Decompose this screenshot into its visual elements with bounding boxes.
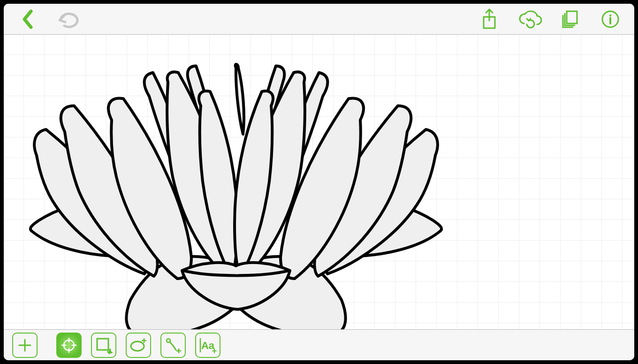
- info-button[interactable]: [595, 7, 626, 32]
- cloud-sync-icon: [516, 9, 543, 29]
- canvas[interactable]: [4, 35, 634, 329]
- ellipse-tool-button[interactable]: [126, 333, 151, 358]
- layers-button[interactable]: [554, 7, 585, 32]
- text-icon: Aa: [198, 337, 217, 354]
- rectangle-icon: [95, 337, 112, 354]
- ellipse-icon: [129, 337, 148, 354]
- add-button[interactable]: [12, 333, 38, 358]
- share-icon: [480, 8, 498, 30]
- text-tool-button[interactable]: Aa: [195, 333, 220, 358]
- canvas-area: [4, 35, 634, 329]
- drawing-lotus: [4, 35, 634, 329]
- back-button[interactable]: [12, 7, 43, 32]
- info-icon: [601, 10, 620, 29]
- svg-rect-2: [567, 11, 577, 23]
- svg-rect-13: [97, 339, 108, 350]
- svg-text:Aa: Aa: [201, 340, 215, 351]
- pen-tool-button[interactable]: [160, 333, 186, 358]
- bottom-toolbar: Aa: [4, 329, 634, 360]
- top-toolbar: [4, 4, 634, 35]
- layers-icon: [560, 9, 580, 29]
- share-button[interactable]: [474, 7, 505, 32]
- undo-icon: [55, 10, 81, 29]
- svg-point-19: [131, 341, 144, 351]
- undo-button[interactable]: [53, 7, 84, 32]
- svg-point-4: [609, 14, 611, 16]
- rectangle-tool-button[interactable]: [91, 333, 116, 358]
- cloud-sync-button[interactable]: [514, 7, 545, 32]
- chevron-left-icon: [22, 9, 34, 29]
- app-frame: Aa: [4, 4, 634, 360]
- pen-icon: [165, 337, 182, 354]
- select-tool-button[interactable]: [56, 333, 82, 358]
- plus-icon: [18, 338, 32, 352]
- crosshair-icon: [61, 337, 77, 353]
